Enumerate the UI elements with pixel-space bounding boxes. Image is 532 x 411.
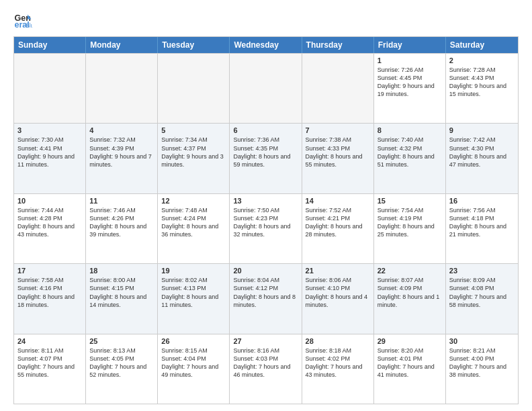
day-cell-15: 15Sunrise: 7:54 AM Sunset: 4:19 PM Dayli… [374,194,446,263]
day-number: 13 [233,197,298,205]
day-number: 12 [161,197,226,205]
header-day-thursday: Thursday [302,37,374,53]
day-number: 25 [89,337,154,345]
calendar-row-2: 10Sunrise: 7:44 AM Sunset: 4:28 PM Dayli… [14,193,518,263]
day-number: 5 [161,126,226,134]
day-number: 2 [449,56,515,64]
day-info: Sunrise: 8:15 AM Sunset: 4:04 PM Dayligh… [161,347,226,379]
calendar-row-4: 24Sunrise: 8:11 AM Sunset: 4:07 PM Dayli… [14,334,518,404]
day-number: 30 [449,337,515,345]
header-day-wednesday: Wednesday [230,37,302,53]
day-number: 10 [17,197,82,205]
day-info: Sunrise: 7:36 AM Sunset: 4:35 PM Dayligh… [233,136,298,169]
day-cell-30: 30Sunrise: 8:21 AM Sunset: 4:00 PM Dayli… [446,334,518,404]
day-info: Sunrise: 8:18 AM Sunset: 4:02 PM Dayligh… [306,347,370,379]
day-cell-9: 9Sunrise: 7:42 AM Sunset: 4:30 PM Daylig… [446,124,518,193]
day-info: Sunrise: 8:04 AM Sunset: 4:12 PM Dayligh… [233,276,298,309]
day-number: 29 [378,337,442,345]
day-info: Sunrise: 7:40 AM Sunset: 4:32 PM Dayligh… [378,136,442,169]
day-cell-6: 6Sunrise: 7:36 AM Sunset: 4:35 PM Daylig… [230,124,302,193]
day-info: Sunrise: 7:54 AM Sunset: 4:19 PM Dayligh… [378,206,442,239]
day-info: Sunrise: 7:32 AM Sunset: 4:39 PM Dayligh… [89,136,154,169]
day-cell-20: 20Sunrise: 8:04 AM Sunset: 4:12 PM Dayli… [230,264,302,333]
day-info: Sunrise: 8:00 AM Sunset: 4:15 PM Dayligh… [89,276,154,309]
day-cell-10: 10Sunrise: 7:44 AM Sunset: 4:28 PM Dayli… [14,194,86,263]
empty-cell-0-2 [158,54,230,123]
header-day-tuesday: Tuesday [158,37,230,53]
day-info: Sunrise: 7:34 AM Sunset: 4:37 PM Dayligh… [161,136,226,169]
day-info: Sunrise: 8:21 AM Sunset: 4:00 PM Dayligh… [449,347,515,379]
day-number: 27 [233,337,298,345]
day-info: Sunrise: 8:13 AM Sunset: 4:05 PM Dayligh… [89,347,154,379]
header-day-friday: Friday [374,37,446,53]
day-info: Sunrise: 7:46 AM Sunset: 4:26 PM Dayligh… [89,206,154,239]
day-cell-16: 16Sunrise: 7:56 AM Sunset: 4:18 PM Dayli… [446,194,518,263]
day-number: 22 [378,267,442,275]
day-info: Sunrise: 7:44 AM Sunset: 4:28 PM Dayligh… [17,206,82,239]
day-number: 18 [89,267,154,275]
logo-icon: Gen eral Blue [13,11,32,30]
day-cell-27: 27Sunrise: 8:16 AM Sunset: 4:03 PM Dayli… [230,334,302,404]
empty-cell-0-1 [86,54,158,123]
day-info: Sunrise: 8:16 AM Sunset: 4:03 PM Dayligh… [233,347,298,379]
header-day-saturday: Saturday [446,37,518,53]
day-number: 24 [17,337,82,345]
day-cell-12: 12Sunrise: 7:48 AM Sunset: 4:24 PM Dayli… [158,194,230,263]
day-info: Sunrise: 7:56 AM Sunset: 4:18 PM Dayligh… [449,206,515,239]
day-info: Sunrise: 8:09 AM Sunset: 4:08 PM Dayligh… [449,276,515,309]
empty-cell-0-3 [230,54,302,123]
day-number: 8 [378,126,442,134]
day-cell-14: 14Sunrise: 7:52 AM Sunset: 4:21 PM Dayli… [302,194,374,263]
day-number: 4 [89,126,154,134]
day-number: 14 [306,197,370,205]
day-cell-2: 2Sunrise: 7:28 AM Sunset: 4:43 PM Daylig… [446,54,518,123]
day-info: Sunrise: 8:07 AM Sunset: 4:09 PM Dayligh… [378,276,442,309]
day-info: Sunrise: 7:58 AM Sunset: 4:16 PM Dayligh… [17,276,82,309]
day-cell-5: 5Sunrise: 7:34 AM Sunset: 4:37 PM Daylig… [158,124,230,193]
calendar-row-3: 17Sunrise: 7:58 AM Sunset: 4:16 PM Dayli… [14,263,518,333]
day-info: Sunrise: 8:20 AM Sunset: 4:01 PM Dayligh… [378,347,442,379]
day-number: 1 [378,56,442,64]
day-info: Sunrise: 7:28 AM Sunset: 4:43 PM Dayligh… [449,66,515,99]
day-info: Sunrise: 7:48 AM Sunset: 4:24 PM Dayligh… [161,206,226,239]
day-number: 20 [233,267,298,275]
day-number: 17 [17,267,82,275]
calendar-header: SundayMondayTuesdayWednesdayThursdayFrid… [14,37,518,53]
empty-cell-0-4 [302,54,374,123]
day-info: Sunrise: 7:52 AM Sunset: 4:21 PM Dayligh… [306,206,370,239]
day-number: 28 [306,337,370,345]
day-info: Sunrise: 8:02 AM Sunset: 4:13 PM Dayligh… [161,276,226,309]
day-cell-11: 11Sunrise: 7:46 AM Sunset: 4:26 PM Dayli… [86,194,158,263]
day-cell-7: 7Sunrise: 7:38 AM Sunset: 4:33 PM Daylig… [302,124,374,193]
day-cell-24: 24Sunrise: 8:11 AM Sunset: 4:07 PM Dayli… [14,334,86,404]
header-day-monday: Monday [86,37,158,53]
day-number: 15 [378,197,442,205]
day-cell-3: 3Sunrise: 7:30 AM Sunset: 4:41 PM Daylig… [14,124,86,193]
day-number: 23 [449,267,515,275]
day-info: Sunrise: 7:38 AM Sunset: 4:33 PM Dayligh… [306,136,370,169]
day-cell-17: 17Sunrise: 7:58 AM Sunset: 4:16 PM Dayli… [14,264,86,333]
day-info: Sunrise: 7:30 AM Sunset: 4:41 PM Dayligh… [17,136,82,169]
empty-cell-0-0 [14,54,86,123]
day-cell-8: 8Sunrise: 7:40 AM Sunset: 4:32 PM Daylig… [374,124,446,193]
day-cell-18: 18Sunrise: 8:00 AM Sunset: 4:15 PM Dayli… [86,264,158,333]
day-cell-25: 25Sunrise: 8:13 AM Sunset: 4:05 PM Dayli… [86,334,158,404]
day-cell-4: 4Sunrise: 7:32 AM Sunset: 4:39 PM Daylig… [86,124,158,193]
day-number: 26 [161,337,226,345]
calendar: SundayMondayTuesdayWednesdayThursdayFrid… [13,36,519,404]
day-info: Sunrise: 7:42 AM Sunset: 4:30 PM Dayligh… [449,136,515,169]
day-number: 11 [89,197,154,205]
page-header: Gen eral Blue [13,11,519,30]
day-cell-1: 1Sunrise: 7:26 AM Sunset: 4:45 PM Daylig… [374,54,446,123]
day-number: 16 [449,197,515,205]
day-cell-13: 13Sunrise: 7:50 AM Sunset: 4:23 PM Dayli… [230,194,302,263]
day-info: Sunrise: 8:06 AM Sunset: 4:10 PM Dayligh… [306,276,370,309]
day-info: Sunrise: 7:50 AM Sunset: 4:23 PM Dayligh… [233,206,298,239]
svg-text:Blue: Blue [26,22,32,29]
day-cell-22: 22Sunrise: 8:07 AM Sunset: 4:09 PM Dayli… [374,264,446,333]
day-cell-28: 28Sunrise: 8:18 AM Sunset: 4:02 PM Dayli… [302,334,374,404]
day-cell-26: 26Sunrise: 8:15 AM Sunset: 4:04 PM Dayli… [158,334,230,404]
day-number: 3 [17,126,82,134]
day-cell-21: 21Sunrise: 8:06 AM Sunset: 4:10 PM Dayli… [302,264,374,333]
day-cell-23: 23Sunrise: 8:09 AM Sunset: 4:08 PM Dayli… [446,264,518,333]
